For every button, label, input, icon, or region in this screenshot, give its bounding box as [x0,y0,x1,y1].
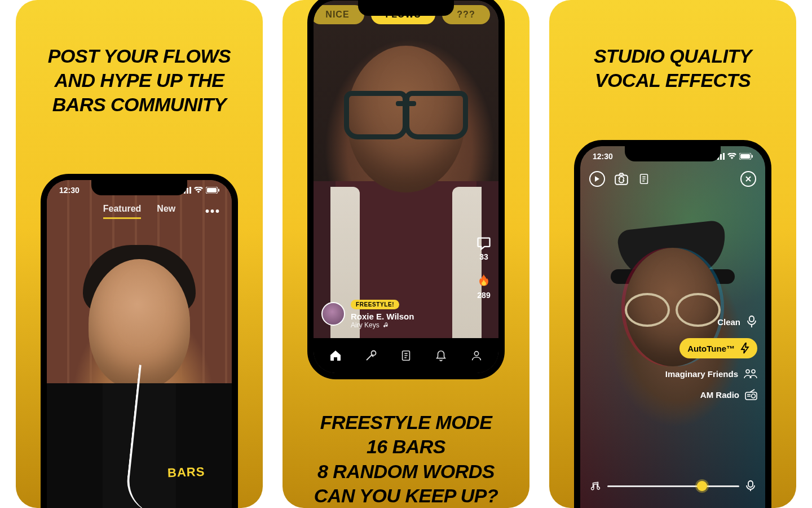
status-time: 12:30 [59,186,80,195]
fire-count: 289 [477,291,490,300]
radio-icon [745,389,757,400]
close-button[interactable] [740,171,756,187]
phone-mock-3: 12:30 [574,140,771,508]
bottom-nav [314,338,498,373]
feed-tabs: Featured New [47,204,232,219]
promo-panel-1: POST YOUR FLOWS AND HYPE UP THE BARS COM… [16,0,263,508]
svg-point-26 [746,370,749,373]
pill-nice[interactable]: NICE [314,5,364,24]
comment-icon [476,235,492,251]
effect-clean[interactable]: Clean [717,316,757,328]
editor-topbar [580,171,765,187]
music-icon [590,481,601,491]
clean-icon [746,316,757,328]
svg-point-7 [371,351,376,356]
comments-count: 33 [479,252,488,261]
promo-panel-2: NICE FLOWS ??? 33 289 [283,0,529,508]
battery-icon [206,187,219,194]
wifi-icon [194,187,203,194]
svg-rect-6 [218,189,219,192]
svg-rect-5 [207,188,217,192]
username[interactable]: Roxie E. Wilson [351,312,414,321]
phone-notch [358,0,454,16]
brand-wordmark: BARS [167,465,205,480]
tab-new[interactable]: New [157,204,175,219]
fire-button[interactable]: 289 [476,273,492,300]
comments-button[interactable]: 33 [476,235,492,261]
svg-rect-30 [748,481,753,487]
nav-mic-icon[interactable] [364,348,378,363]
lyrics-sheet-icon[interactable] [638,172,650,186]
slider-track[interactable] [607,485,739,487]
effect-imaginary-friends[interactable]: Imaginary Friends [665,369,757,379]
nav-notifications-icon[interactable] [434,348,448,363]
mic-icon [746,480,755,492]
screen-feed: BARS 12:30 Featured New [47,180,232,508]
phone-notch [625,146,721,161]
mix-slider[interactable] [590,480,755,492]
slider-knob[interactable] [697,481,707,491]
status-time: 12:30 [593,152,613,161]
avatar[interactable] [321,302,345,326]
wifi-icon [727,153,736,160]
music-note-icon [383,322,390,329]
phone-notch [91,179,187,195]
screen-effects: 12:30 [580,146,765,508]
promo-panel-3: STUDIO QUALITY VOCAL EFFECTS 12:30 [549,0,796,508]
bolt-icon [740,343,749,354]
nav-lyrics-icon[interactable] [399,348,413,363]
svg-rect-2 [187,188,188,194]
play-button[interactable] [589,171,605,187]
more-button[interactable]: ••• [205,205,220,218]
screen-freestyle: NICE FLOWS ??? 33 289 [314,1,498,373]
battery-icon [739,153,753,160]
panel-1-headline: POST YOUR FLOWS AND HYPE UP THE BARS COM… [16,0,263,117]
track-name[interactable]: Airy Keys [351,321,414,329]
voice-effects-list: Clean AutoTune™ Imaginary Friends [665,316,757,400]
nav-home-icon[interactable] [328,348,343,363]
svg-point-27 [752,370,755,373]
phone-mock-2: NICE FLOWS ??? 33 289 [307,0,505,379]
nav-profile-icon[interactable] [469,348,484,363]
tab-featured[interactable]: Featured [103,204,142,219]
svg-rect-16 [723,153,725,160]
panel-3-headline: STUDIO QUALITY VOCAL EFFECTS [549,0,796,93]
panel-2-headline: FREESTYLE MODE 16 BARS 8 RANDOM WORDS CA… [283,410,529,508]
effect-autotune[interactable]: AutoTune™ [679,338,757,358]
svg-rect-25 [749,316,754,322]
post-meta: FREESTYLE! Roxie E. Wilson Airy Keys [321,299,414,329]
effect-am-radio[interactable]: AM Radio [700,389,757,400]
phone-mock-1: BARS 12:30 Featured New [41,174,238,508]
fire-icon [476,273,492,290]
engagement-rail: 33 289 [476,235,492,300]
group-icon [744,369,757,379]
svg-point-29 [752,394,756,398]
svg-rect-19 [752,155,753,158]
svg-point-12 [474,352,478,356]
svg-rect-15 [720,154,722,160]
svg-rect-18 [740,154,750,159]
svg-rect-3 [189,187,191,194]
flip-camera-icon[interactable] [614,172,629,186]
freestyle-badge: FREESTYLE! [351,300,399,309]
